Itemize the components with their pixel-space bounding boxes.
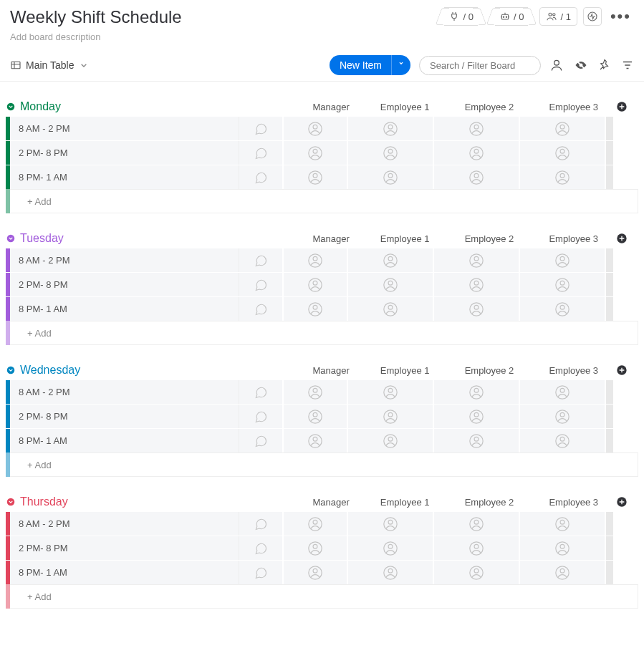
person-cell[interactable] [433, 536, 519, 560]
person-cell[interactable] [282, 429, 347, 453]
person-cell[interactable] [282, 141, 347, 165]
row-name[interactable]: 2 PM- 8 PM [10, 273, 239, 296]
table-row[interactable]: 8 AM - 2 PM [6, 379, 638, 404]
table-row[interactable]: 8 PM- 1 AM [6, 165, 638, 189]
person-cell[interactable] [519, 165, 605, 189]
board-title[interactable]: Weekly Shift Schedule [10, 7, 182, 27]
person-cell[interactable] [433, 297, 519, 321]
person-cell[interactable] [282, 512, 347, 536]
collapse-icon[interactable] [6, 497, 16, 507]
column-header[interactable]: Employee 3 [532, 233, 616, 244]
person-cell[interactable] [282, 273, 347, 296]
comment-button[interactable] [239, 536, 282, 560]
person-cell[interactable] [282, 165, 347, 189]
person-cell[interactable] [519, 429, 605, 453]
person-cell[interactable] [519, 273, 605, 296]
person-cell[interactable] [347, 248, 433, 272]
members-pill[interactable]: / 1 [539, 7, 577, 26]
person-cell[interactable] [519, 405, 605, 428]
add-row[interactable]: + Add [6, 321, 638, 345]
column-header[interactable]: Employee 1 [362, 102, 447, 112]
person-cell[interactable] [282, 536, 347, 560]
column-header[interactable]: Employee 3 [532, 497, 616, 508]
row-name[interactable]: 2 PM- 8 PM [10, 405, 239, 428]
collapse-icon[interactable] [6, 233, 16, 243]
person-cell[interactable] [433, 117, 519, 140]
board-description[interactable]: Add board description [10, 32, 182, 42]
person-cell[interactable] [282, 117, 347, 140]
column-header[interactable]: Employee 2 [447, 102, 532, 112]
column-header[interactable]: Manager [299, 365, 362, 376]
table-row[interactable]: 8 AM - 2 PM [6, 116, 638, 140]
person-cell[interactable] [347, 117, 433, 140]
collapse-icon[interactable] [6, 102, 16, 112]
comment-button[interactable] [239, 273, 282, 296]
group-title[interactable]: Tuesday [20, 232, 299, 245]
person-cell[interactable] [433, 561, 519, 584]
person-cell[interactable] [433, 141, 519, 165]
person-cell[interactable] [433, 429, 519, 453]
more-menu[interactable]: ••• [607, 7, 634, 26]
person-cell[interactable] [519, 117, 605, 140]
row-name[interactable]: 8 AM - 2 PM [10, 512, 239, 536]
person-cell[interactable] [347, 273, 433, 296]
new-item-dropdown[interactable] [391, 55, 410, 75]
comment-button[interactable] [239, 405, 282, 428]
row-name[interactable]: 2 PM- 8 PM [10, 141, 239, 165]
row-name[interactable]: 8 PM- 1 AM [10, 429, 239, 453]
column-header[interactable]: Employee 2 [447, 497, 532, 508]
row-name[interactable]: 8 AM - 2 PM [10, 248, 239, 272]
filter-icon[interactable] [621, 59, 634, 72]
person-cell[interactable] [519, 297, 605, 321]
table-row[interactable]: 8 PM- 1 AM [6, 560, 638, 584]
person-cell[interactable] [519, 536, 605, 560]
row-name[interactable]: 8 PM- 1 AM [10, 561, 239, 584]
add-column-button[interactable] [616, 101, 638, 112]
person-cell[interactable] [433, 248, 519, 272]
person-cell[interactable] [347, 536, 433, 560]
add-column-button[interactable] [616, 364, 638, 376]
add-column-button[interactable] [616, 233, 638, 244]
column-header[interactable]: Manager [299, 102, 362, 112]
view-tab-main[interactable]: Main Table [10, 59, 90, 71]
person-cell[interactable] [282, 297, 347, 321]
person-cell[interactable] [519, 141, 605, 165]
person-cell[interactable] [433, 273, 519, 296]
new-item-button[interactable]: New Item [330, 55, 392, 75]
person-cell[interactable] [282, 380, 347, 404]
person-cell[interactable] [347, 405, 433, 428]
column-header[interactable]: Manager [299, 233, 362, 244]
group-title[interactable]: Monday [20, 100, 299, 113]
person-cell[interactable] [433, 512, 519, 536]
column-header[interactable]: Employee 1 [362, 365, 447, 376]
table-row[interactable]: 8 AM - 2 PM [6, 511, 638, 536]
person-cell[interactable] [519, 512, 605, 536]
person-cell[interactable] [519, 248, 605, 272]
comment-button[interactable] [239, 248, 282, 272]
person-cell[interactable] [347, 512, 433, 536]
group-title[interactable]: Wednesday [20, 364, 299, 377]
row-name[interactable]: 8 PM- 1 AM [10, 297, 239, 321]
comment-button[interactable] [239, 117, 282, 140]
column-header[interactable]: Employee 2 [447, 365, 532, 376]
table-row[interactable]: 8 AM - 2 PM [6, 248, 638, 272]
person-cell[interactable] [347, 429, 433, 453]
person-cell[interactable] [347, 165, 433, 189]
search-input[interactable] [419, 56, 541, 75]
comment-button[interactable] [239, 561, 282, 584]
column-header[interactable]: Employee 3 [532, 102, 616, 112]
add-row[interactable]: + Add [6, 189, 638, 213]
row-name[interactable]: 8 PM- 1 AM [10, 165, 239, 189]
column-header[interactable]: Manager [299, 497, 362, 508]
pin-icon[interactable] [598, 59, 611, 72]
eye-off-icon[interactable] [574, 58, 588, 72]
person-cell[interactable] [347, 141, 433, 165]
person-cell[interactable] [347, 561, 433, 584]
column-header[interactable]: Employee 1 [362, 497, 447, 508]
comment-button[interactable] [239, 429, 282, 453]
add-row[interactable]: + Add [6, 453, 638, 477]
plugs-pill[interactable]: / 0 [444, 7, 477, 26]
comment-button[interactable] [239, 165, 282, 189]
comment-button[interactable] [239, 141, 282, 165]
person-cell[interactable] [519, 380, 605, 404]
